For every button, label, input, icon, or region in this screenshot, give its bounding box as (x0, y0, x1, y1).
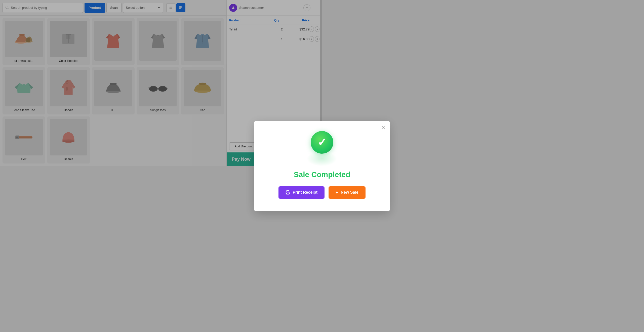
success-glow (307, 151, 322, 166)
success-icon: ✓ (311, 131, 322, 154)
checkmark-icon: ✓ (317, 137, 322, 148)
modal-overlay: ✕ ✓ Sale Completed Print Receipt + New S… (0, 0, 322, 166)
sale-completed-modal: ✕ ✓ Sale Completed Print Receipt + New S… (254, 121, 322, 166)
